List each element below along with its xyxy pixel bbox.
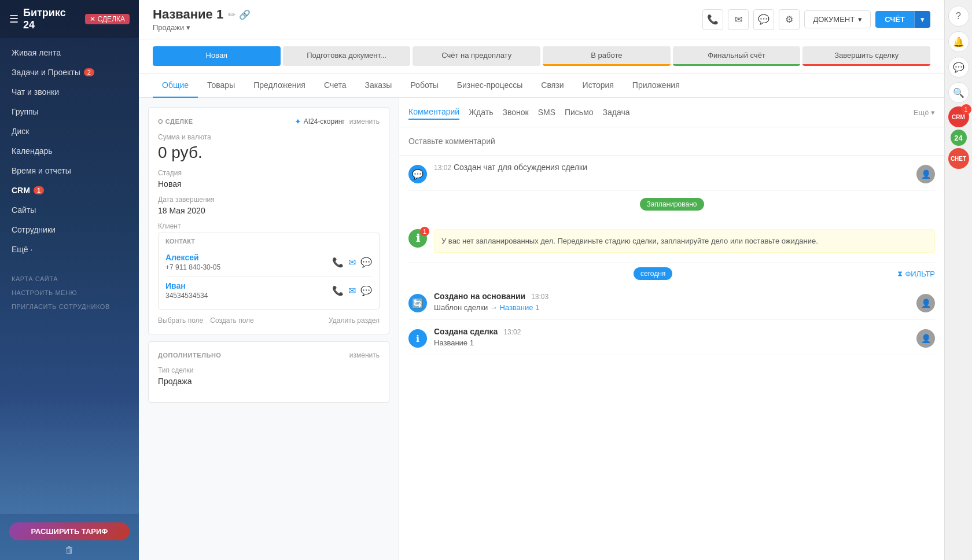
tab-business-processes[interactable]: Бизнес-процессы (448, 73, 532, 98)
contact-section-label: Контакт (165, 238, 372, 245)
delete-section-link[interactable]: Удалить раздел (329, 316, 380, 325)
chat-button[interactable]: 💬 (753, 9, 774, 30)
help-button[interactable]: ? (948, 6, 969, 27)
expand-tariff-button[interactable]: РАСШИРИТЬ ТАРИФ (9, 522, 130, 540)
email-button[interactable]: ✉ (728, 9, 749, 30)
tab-goods[interactable]: Товары (198, 73, 244, 98)
stage-field: Стадия Новая (158, 169, 380, 189)
tab-apps[interactable]: Приложения (623, 73, 689, 98)
crm-badge: 1 (34, 186, 44, 194)
contact-ivan-phone: 34534534534 (165, 292, 208, 300)
sidebar-section-site-map: КАРТА САЙТА (0, 271, 139, 285)
topbar: Название 1 ✏ 🔗 Продажи ▾ 📞 ✉ 💬 ⚙ ДОКУМЕН… (139, 0, 944, 39)
settings-button[interactable]: ⚙ (779, 9, 800, 30)
contact-alexey-name[interactable]: Алексей (165, 253, 220, 262)
sidebar-item-disk[interactable]: Диск (0, 121, 139, 141)
contact-alexey-phone: +7 911 840-30-05 (165, 263, 220, 271)
tab-general[interactable]: Общие (153, 73, 198, 98)
tab-links[interactable]: Связи (532, 73, 573, 98)
sidebar-item-chat-calls[interactable]: Чат и звонки (0, 82, 139, 102)
activity-tab-sms[interactable]: SMS (538, 105, 555, 119)
deal-type-value: Продажа (158, 377, 380, 386)
contact-alexey-chat[interactable]: 💬 (360, 257, 372, 268)
search-sidebar-button[interactable]: 🔍 (948, 82, 969, 103)
chat-sidebar-button[interactable]: 💬 (948, 57, 969, 78)
deal-change-link[interactable]: изменить (349, 117, 380, 126)
info-icon: ℹ 1 (408, 229, 427, 248)
create-field-link[interactable]: Создать поле (210, 316, 254, 325)
notification-count-badge[interactable]: 24 (951, 130, 967, 146)
tab-orders[interactable]: Заказы (356, 73, 402, 98)
hamburger-menu[interactable]: ☰ (9, 13, 19, 25)
edit-icon[interactable]: ✏ (228, 9, 235, 20)
stage-in-work[interactable]: В работе (543, 46, 671, 66)
stage-docs[interactable]: Подготовка документ... (283, 46, 411, 66)
activity-tab-letter[interactable]: Письмо (565, 105, 594, 119)
comment-box (399, 127, 944, 156)
document-button[interactable]: ДОКУМЕНТ ▾ (804, 10, 871, 28)
ai-badge: ✦ AI24-скоринг (294, 117, 345, 126)
stage-final[interactable]: Финальный счёт (673, 46, 801, 66)
amount-value: 0 руб. (158, 143, 380, 162)
tab-proposals[interactable]: Предложения (244, 73, 315, 98)
phone-button[interactable]: 📞 (702, 9, 723, 30)
contact-alexey-email[interactable]: ✉ (348, 257, 356, 268)
tab-history[interactable]: История (573, 73, 623, 98)
additional-change-link[interactable]: изменить (349, 351, 380, 359)
sidebar-item-live-feed[interactable]: Живая лента (0, 43, 139, 62)
deal-type-label: Тип сделки (158, 366, 380, 374)
sidebar-item-employees[interactable]: Сотрудники (0, 220, 139, 240)
stage-new[interactable]: Новая (153, 46, 281, 66)
bell-icon: 🔔 (953, 36, 964, 47)
contact-alexey-call[interactable]: 📞 (332, 257, 344, 268)
sidebar-item-time-reports[interactable]: Время и отчеты (0, 161, 139, 180)
filter-button[interactable]: ⧗ ФИЛЬТР (897, 269, 935, 278)
planned-section: Запланировано (408, 191, 935, 220)
stage-prepayment[interactable]: Счёт на предоплату (413, 46, 540, 66)
deal-section-card: О СДЕЛКЕ ✦ AI24-скоринг изменить Сумма и… (148, 107, 389, 334)
crm-sidebar-item: CRM 1 (948, 106, 969, 127)
additional-section-header: ДОПОЛНИТЕЛЬНО изменить (158, 351, 380, 359)
created-from-avatar: 👤 (916, 294, 935, 312)
contact-ivan-email[interactable]: ✉ (348, 285, 356, 296)
choose-field-link[interactable]: Выбрать поле (158, 316, 203, 325)
contact-ivan-chat[interactable]: 💬 (360, 285, 372, 296)
activity-tab-task[interactable]: Задача (603, 105, 630, 119)
user-avatar[interactable]: CHET (948, 148, 969, 169)
schet-group: СЧЁТ ▾ (875, 11, 930, 28)
warning-box: У вас нет запланированных дел. Передвинь… (434, 229, 935, 253)
stage-label: Стадия (158, 169, 380, 177)
sidebar-item-crm[interactable]: CRM 1 (0, 180, 139, 200)
created-from-time: 13:03 (531, 293, 548, 301)
sidebar-item-more[interactable]: Ещё · (0, 240, 139, 259)
contact-ivan-actions: 📞 ✉ 💬 (332, 285, 372, 296)
sidebar-item-calendar[interactable]: Календарь (0, 141, 139, 161)
timeline-item-created-from: 🔄 Создано на основании 13:03 Шаблон сдел… (408, 285, 935, 320)
schet-button[interactable]: СЧЁТ (875, 11, 914, 28)
sidebar-nav: Живая лента Задачи и Проекты 2 Чат и зво… (0, 38, 139, 515)
bell-button[interactable]: 🔔 (948, 31, 969, 52)
stage-complete[interactable]: Завершить сделку (802, 46, 930, 66)
activity-tab-comment[interactable]: Комментарий (408, 105, 459, 120)
sidebar-item-groups[interactable]: Группы (0, 102, 139, 121)
link-icon[interactable]: 🔗 (239, 9, 251, 20)
activity-tab-call[interactable]: Звонок (502, 105, 528, 119)
contact-ivan-call[interactable]: 📞 (332, 285, 344, 296)
activity-tab-wait[interactable]: Ждать (469, 105, 493, 119)
sidebar-item-sites[interactable]: Сайты (0, 200, 139, 220)
trash-icon[interactable]: 🗑 (9, 545, 130, 555)
deal-created-icon: ℹ (408, 329, 427, 348)
sidebar-deal-close[interactable]: ✕ (90, 15, 95, 23)
chat-sidebar-icon: 💬 (953, 62, 964, 73)
tab-robots[interactable]: Роботы (401, 73, 447, 98)
topbar-subtitle[interactable]: Продажи ▾ (153, 23, 695, 32)
activity-tab-more[interactable]: Ещё ▾ (914, 108, 935, 117)
sidebar-item-tasks-projects[interactable]: Задачи и Проекты 2 (0, 62, 139, 82)
contact-ivan: Иван 34534534534 📞 ✉ 💬 (165, 277, 372, 304)
contact-ivan-name[interactable]: Иван (165, 281, 208, 290)
tab-invoices[interactable]: Счета (315, 73, 356, 98)
comment-input[interactable] (408, 134, 935, 148)
deal-created-title: Создана сделка (434, 327, 498, 336)
created-from-link[interactable]: Название 1 (499, 303, 539, 312)
schet-arrow-button[interactable]: ▾ (914, 11, 930, 28)
